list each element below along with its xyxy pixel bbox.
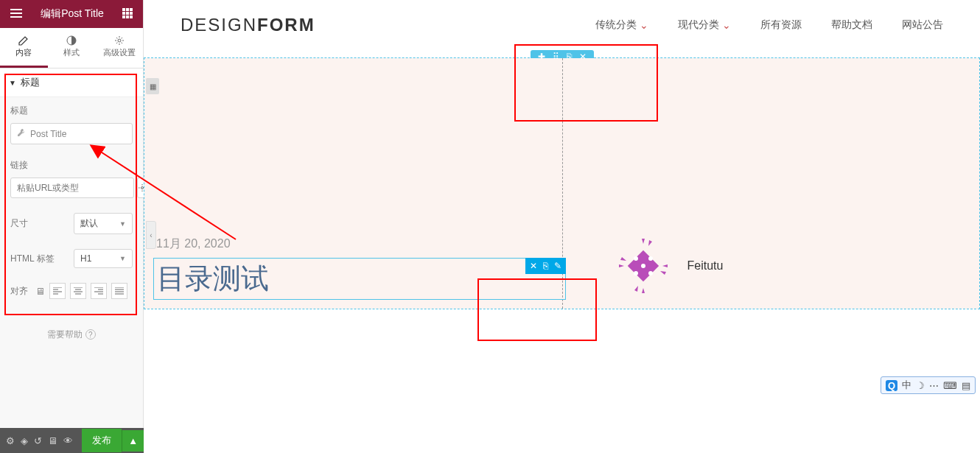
settings-icon[interactable]: ⚙ [6,435,15,446]
svg-marker-25 [660,271,666,275]
pencil-icon [18,35,29,46]
link-input[interactable] [10,178,134,198]
size-select[interactable]: 默认 ▼ [74,213,133,234]
align-label: 对齐 [10,285,28,298]
align-center-button[interactable] [70,283,86,299]
help-link[interactable]: 需要帮助 ? [0,306,143,363]
svg-point-20 [648,271,653,275]
section-content: 11月 20, 2020 目录测试 ✕ ⎘ ✎ [144,58,979,309]
align-control: 对齐 🖥 [0,275,143,306]
author-avatar [614,236,673,295]
section-title-header[interactable]: ▼ 标题 [0,69,143,97]
header-title: 编辑Post Title [27,7,118,21]
ime-toolbar: Q 中 ☽ ⋯ ⌨ ▤ [881,376,976,394]
preview-canvas: DESIGNFORM 传统分类 ⌄ 现代分类 ⌄ 所有资源 帮助文档 网站公告 … [144,0,980,453]
svg-rect-0 [10,9,22,10]
site-logo[interactable]: DESIGNFORM [181,15,315,35]
svg-rect-3 [122,8,125,11]
svg-point-18 [648,256,653,261]
html-tag-label: HTML 标签 [10,253,55,265]
caret-down-icon: ▼ [9,79,16,87]
svg-point-17 [634,256,638,261]
nav-item-traditional[interactable]: 传统分类 ⌄ [595,18,648,32]
html-tag-control: HTML 标签 H1 ▼ [0,242,143,275]
canvas-section[interactable]: ✚ ⠿ ⎘ ✕ 11月 20, 2020 目录测试 ✕ ⎘ ✎ [144,57,980,309]
title-input[interactable]: Post Title [10,123,133,144]
publish-options-button[interactable]: ▲ [122,430,144,452]
controls-panel: ▼ 标题 标题 Post Title 链接 [0,69,143,363]
svg-rect-5 [130,8,133,11]
post-title-widget[interactable]: 目录测试 ✕ ⎘ ✎ [153,258,566,300]
nav-item-resources[interactable]: 所有资源 [760,18,802,32]
responsive-icon[interactable]: 🖥 [35,286,45,297]
history-icon[interactable]: ↺ [34,435,42,446]
widgets-button[interactable] [118,5,137,24]
align-center-icon [74,287,83,295]
sidebar-footer: ⚙ ◈ ↺ 🖥 👁 发布 ▲ [0,428,144,453]
title-label: 标题 [10,105,133,117]
tab-style[interactable]: 样式 [48,28,96,68]
hamburger-icon [10,9,22,18]
align-left-button[interactable] [49,283,66,299]
ime-keyboard-icon[interactable]: ⌨ [943,380,957,391]
widget-controls: ✕ ⎘ ✎ [525,258,566,274]
gear-icon [114,35,125,46]
duplicate-widget-button[interactable]: ⎘ [543,261,548,271]
help-icon: ? [85,329,96,340]
svg-marker-28 [619,264,624,267]
site-nav: 传统分类 ⌄ 现代分类 ⌄ 所有资源 帮助文档 网站公告 [595,18,943,32]
post-date: 11月 20, 2020 [153,236,562,252]
svg-rect-4 [126,8,129,11]
contrast-icon [66,35,77,46]
edit-widget-button[interactable]: ✎ [554,261,561,271]
nav-item-announcements[interactable]: 网站公告 [902,18,943,32]
publish-button[interactable]: 发布 [82,429,122,452]
preview-icon[interactable]: 👁 [63,435,73,446]
size-label: 尺寸 [10,217,28,230]
svg-marker-23 [648,240,652,246]
svg-rect-10 [126,15,129,18]
nav-item-docs[interactable]: 帮助文档 [831,18,872,32]
ime-lang[interactable]: 中 [902,379,911,392]
svg-point-13 [118,39,121,42]
tab-advanced[interactable]: 高级设置 [95,28,143,68]
title-control: 标题 Post Title [0,97,143,152]
ime-q-icon[interactable]: Q [886,380,897,391]
svg-point-21 [641,264,645,268]
align-justify-button[interactable] [111,283,127,299]
svg-rect-7 [126,12,129,15]
ime-more-icon[interactable]: ⋯ [929,380,939,391]
post-title: 目录测试 [157,260,565,298]
svg-rect-9 [122,15,125,18]
navigator-icon[interactable]: ◈ [21,435,28,446]
ime-moon-icon[interactable]: ☽ [916,380,925,391]
chevron-down-icon: ▼ [119,220,126,228]
html-tag-select[interactable]: H1 ▼ [74,249,133,268]
svg-rect-2 [10,16,22,18]
svg-rect-6 [122,12,125,15]
align-right-button[interactable] [91,283,107,299]
chevron-up-icon: ▲ [128,435,138,446]
svg-marker-24 [662,264,668,267]
chevron-down-icon: ⌄ [722,19,731,31]
ime-settings-icon[interactable]: ▤ [962,380,970,391]
link-control: 链接 [0,152,143,206]
grid-icon [122,8,133,18]
chevron-down-icon: ▼ [119,255,126,262]
elementor-sidebar: 编辑Post Title 内容 样式 高级设置 ▼ 标题 标题 [0,0,144,453]
align-right-icon [94,287,103,295]
svg-rect-11 [130,15,133,18]
svg-rect-1 [10,13,22,14]
collapse-sidebar-button[interactable]: ‹ [146,221,156,249]
responsive-icon[interactable]: 🖥 [48,435,57,446]
nav-item-modern[interactable]: 现代分类 ⌄ [678,18,731,32]
svg-marker-29 [620,257,626,261]
svg-marker-22 [642,239,645,244]
site-header: DESIGNFORM 传统分类 ⌄ 现代分类 ⌄ 所有资源 帮助文档 网站公告 [144,0,980,50]
svg-marker-27 [634,286,638,292]
menu-button[interactable] [6,6,27,23]
section-drag-handle[interactable]: ▦ [146,78,159,94]
delete-widget-button[interactable]: ✕ [530,261,537,271]
tab-content[interactable]: 内容 [0,28,48,68]
chevron-down-icon: ⌄ [640,19,648,31]
